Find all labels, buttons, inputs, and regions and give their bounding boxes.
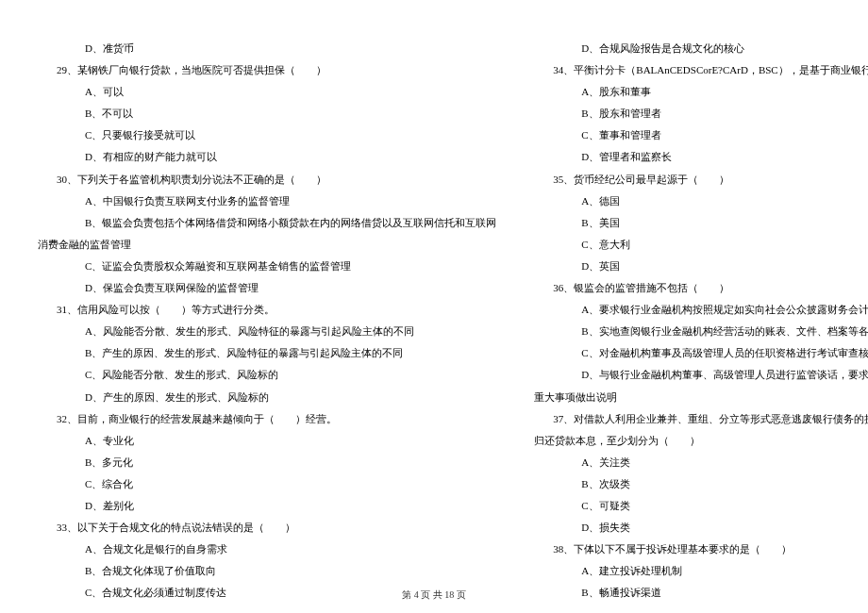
left-line-10: C、证监会负责股权众筹融资和互联网基金销售的监督管理 [38,256,496,277]
left-line-0: D、准货币 [38,38,496,59]
right-line-23: 38、下体以下不属于投诉处理基本要求的是（ ） [534,538,868,560]
right-line-2: A、股东和董事 [534,81,868,103]
left-line-16: D、产生的原因、发生的形式、风险标的 [38,387,496,408]
right-line-6: 35、货币经纪公司最早起源于（ ） [534,169,868,191]
left-line-2: A、可以 [38,81,496,103]
right-line-15: D、与银行业金融机构董事、高级管理人员进行监管谈话，要求其就业务活动和风险管理的 [534,364,868,386]
left-line-3: B、不可以 [38,103,496,124]
right-line-1: 34、平衡计分卡（BALAnCEDSCorE?CArD，BSC），是基于商业银行… [534,59,868,81]
left-line-19: B、多元化 [38,452,496,473]
left-line-15: C、风险能否分散、发生的形式、风险标的 [38,364,496,386]
right-line-22: D、损失类 [534,517,868,538]
right-column: D、合规风险报告是合规文化的核心34、平衡计分卡（BALAnCEDSCorE?C… [515,38,868,556]
left-line-11: D、保监会负责互联网保险的监督管理 [38,277,496,299]
right-line-24: A、建立投诉处理机制 [534,560,868,582]
right-line-4: C、董事和管理者 [534,124,868,146]
left-line-9: 消费金融的监督管理 [38,234,496,256]
right-line-11: 36、银监会的监管措施不包括（ ） [534,277,868,299]
left-line-8: B、银监会负责包括个体网络借贷和网络小额贷款在内的网络借贷以及互联网信托和互联网 [38,212,496,234]
left-line-6: 30、下列关于各监管机构职责划分说法不正确的是（ ） [38,169,496,191]
right-line-0: D、合规风险报告是合规文化的核心 [534,38,868,59]
left-line-18: A、专业化 [38,430,496,452]
right-line-10: D、英国 [534,256,868,277]
left-line-24: B、合规文化体现了价值取向 [38,560,496,582]
right-line-20: B、次级类 [534,473,868,495]
right-line-5: D、管理者和监察长 [534,146,868,168]
right-line-17: 37、对借款人利用企业兼并、重组、分立等形式恶意逃废银行债务的授信余额，如没有逾… [534,408,868,430]
right-line-8: B、美国 [534,212,868,234]
right-line-18: 归还贷款本息，至少划分为（ ） [534,430,868,452]
right-line-21: C、可疑类 [534,495,868,517]
page-footer: 第 4 页 共 18 页 [0,588,868,602]
right-line-13: B、实地查阅银行业金融机构经营活动的账表、文件、档案等各种资料 [534,321,868,342]
right-line-12: A、要求银行业金融机构按照规定如实向社会公众披露财务会计报告 [534,299,868,321]
left-line-13: A、风险能否分散、发生的形式、风险特征的暴露与引起风险主体的不同 [38,321,496,342]
right-line-3: B、股东和管理者 [534,103,868,124]
page-container: D、准货币29、某钢铁厂向银行贷款，当地医院可否提供担保（ ）A、可以B、不可以… [0,0,868,585]
left-column: D、准货币29、某钢铁厂向银行贷款，当地医院可否提供担保（ ）A、可以B、不可以… [19,38,515,556]
right-line-16: 重大事项做出说明 [534,387,868,408]
left-line-1: 29、某钢铁厂向银行贷款，当地医院可否提供担保（ ） [38,59,496,81]
left-line-21: D、差别化 [38,495,496,517]
right-line-14: C、对金融机构董事及高级管理人员的任职资格进行考试审查核准 [534,342,868,364]
left-line-12: 31、信用风险可以按（ ）等方式进行分类。 [38,299,496,321]
right-line-9: C、意大利 [534,234,868,256]
left-line-22: 33、以下关于合规文化的特点说法错误的是（ ） [38,517,496,538]
left-line-4: C、只要银行接受就可以 [38,124,496,146]
left-line-23: A、合规文化是银行的自身需求 [38,538,496,560]
left-line-20: C、综合化 [38,473,496,495]
left-line-7: A、中国银行负责互联网支付业务的监督管理 [38,191,496,212]
left-line-5: D、有相应的财产能力就可以 [38,146,496,168]
left-line-14: B、产生的原因、发生的形式、风险特征的暴露与引起风险主体的不同 [38,342,496,364]
right-line-19: A、关注类 [534,452,868,473]
right-line-7: A、德国 [534,191,868,212]
left-line-17: 32、目前，商业银行的经营发展越来越倾向于（ ）经营。 [38,408,496,430]
